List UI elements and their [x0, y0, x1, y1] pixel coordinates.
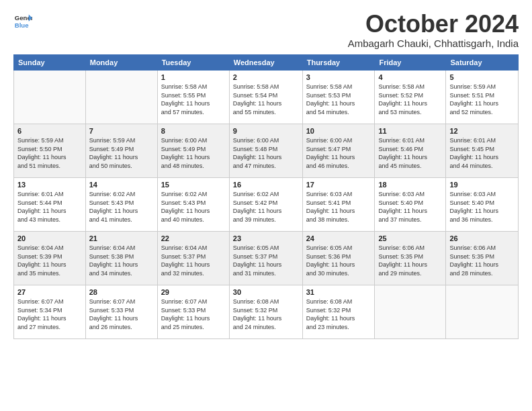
- table-row: 22Sunrise: 6:04 AM Sunset: 5:37 PM Dayli…: [157, 232, 229, 285]
- table-row: 13Sunrise: 6:01 AM Sunset: 5:44 PM Dayli…: [14, 178, 86, 232]
- table-row: 3Sunrise: 5:58 AM Sunset: 5:53 PM Daylig…: [302, 71, 375, 124]
- logo: General Blue: [13, 12, 32, 31]
- day-info: Sunrise: 6:05 AM Sunset: 5:36 PM Dayligh…: [306, 244, 371, 277]
- day-number: 8: [161, 127, 226, 135]
- day-number: 29: [161, 288, 226, 296]
- day-number: 3: [306, 73, 371, 81]
- day-info: Sunrise: 6:01 AM Sunset: 5:44 PM Dayligh…: [17, 190, 82, 224]
- day-number: 1: [161, 73, 226, 81]
- table-row: [14, 71, 86, 124]
- day-info: Sunrise: 6:07 AM Sunset: 5:34 PM Dayligh…: [17, 298, 82, 331]
- col-saturday: Saturday: [446, 55, 519, 71]
- day-number: 21: [89, 234, 154, 242]
- table-row: 2Sunrise: 5:58 AM Sunset: 5:54 PM Daylig…: [229, 71, 302, 124]
- table-row: 14Sunrise: 6:02 AM Sunset: 5:43 PM Dayli…: [85, 178, 157, 232]
- day-number: 27: [17, 288, 82, 296]
- day-number: 31: [306, 288, 371, 296]
- col-sunday: Sunday: [14, 55, 86, 71]
- table-row: [446, 285, 519, 339]
- day-number: 16: [233, 181, 299, 189]
- day-info: Sunrise: 5:59 AM Sunset: 5:50 PM Dayligh…: [17, 136, 82, 170]
- day-info: Sunrise: 6:00 AM Sunset: 5:47 PM Dayligh…: [306, 136, 371, 170]
- day-info: Sunrise: 6:02 AM Sunset: 5:43 PM Dayligh…: [89, 190, 154, 224]
- day-info: Sunrise: 5:58 AM Sunset: 5:54 PM Dayligh…: [233, 83, 299, 116]
- table-row: 9Sunrise: 6:00 AM Sunset: 5:48 PM Daylig…: [229, 124, 302, 178]
- day-number: 17: [306, 181, 371, 189]
- table-row: 25Sunrise: 6:06 AM Sunset: 5:35 PM Dayli…: [375, 232, 446, 285]
- day-number: 2: [233, 73, 299, 81]
- col-tuesday: Tuesday: [157, 55, 229, 71]
- month-title: October 2024: [348, 12, 519, 36]
- calendar-week-row: 27Sunrise: 6:07 AM Sunset: 5:34 PM Dayli…: [14, 285, 519, 339]
- day-number: 10: [306, 127, 371, 135]
- day-info: Sunrise: 6:03 AM Sunset: 5:41 PM Dayligh…: [306, 190, 371, 224]
- table-row: 27Sunrise: 6:07 AM Sunset: 5:34 PM Dayli…: [14, 285, 86, 339]
- day-info: Sunrise: 6:04 AM Sunset: 5:37 PM Dayligh…: [161, 244, 226, 277]
- table-row: 18Sunrise: 6:03 AM Sunset: 5:40 PM Dayli…: [375, 178, 446, 232]
- table-row: 7Sunrise: 5:59 AM Sunset: 5:49 PM Daylig…: [85, 124, 157, 178]
- table-row: 15Sunrise: 6:02 AM Sunset: 5:43 PM Dayli…: [157, 178, 229, 232]
- day-info: Sunrise: 6:06 AM Sunset: 5:35 PM Dayligh…: [378, 244, 442, 277]
- day-info: Sunrise: 5:59 AM Sunset: 5:51 PM Dayligh…: [449, 83, 515, 116]
- day-number: 11: [378, 127, 442, 135]
- day-number: 25: [378, 234, 442, 242]
- table-row: 17Sunrise: 6:03 AM Sunset: 5:41 PM Dayli…: [302, 178, 375, 232]
- calendar-week-row: 20Sunrise: 6:04 AM Sunset: 5:39 PM Dayli…: [14, 232, 519, 285]
- col-monday: Monday: [85, 55, 157, 71]
- table-row: 20Sunrise: 6:04 AM Sunset: 5:39 PM Dayli…: [14, 232, 86, 285]
- day-info: Sunrise: 6:03 AM Sunset: 5:40 PM Dayligh…: [449, 190, 515, 224]
- table-row: [375, 285, 446, 339]
- day-number: 5: [449, 73, 515, 81]
- table-row: 29Sunrise: 6:07 AM Sunset: 5:33 PM Dayli…: [157, 285, 229, 339]
- day-number: 9: [233, 127, 299, 135]
- table-row: 1Sunrise: 5:58 AM Sunset: 5:55 PM Daylig…: [157, 71, 229, 124]
- day-number: 26: [449, 234, 515, 242]
- day-number: 24: [306, 234, 371, 242]
- day-number: 4: [378, 73, 442, 81]
- day-number: 15: [161, 181, 226, 189]
- table-row: 10Sunrise: 6:00 AM Sunset: 5:47 PM Dayli…: [302, 124, 375, 178]
- calendar-week-row: 6Sunrise: 5:59 AM Sunset: 5:50 PM Daylig…: [14, 124, 519, 178]
- table-row: [85, 71, 157, 124]
- table-row: 28Sunrise: 6:07 AM Sunset: 5:33 PM Dayli…: [85, 285, 157, 339]
- day-info: Sunrise: 6:03 AM Sunset: 5:40 PM Dayligh…: [378, 190, 442, 224]
- table-row: 26Sunrise: 6:06 AM Sunset: 5:35 PM Dayli…: [446, 232, 519, 285]
- day-info: Sunrise: 6:06 AM Sunset: 5:35 PM Dayligh…: [449, 244, 515, 277]
- day-number: 22: [161, 234, 226, 242]
- table-row: 24Sunrise: 6:05 AM Sunset: 5:36 PM Dayli…: [302, 232, 375, 285]
- table-row: 6Sunrise: 5:59 AM Sunset: 5:50 PM Daylig…: [14, 124, 86, 178]
- col-thursday: Thursday: [302, 55, 375, 71]
- day-info: Sunrise: 5:58 AM Sunset: 5:53 PM Dayligh…: [306, 83, 371, 116]
- day-info: Sunrise: 5:58 AM Sunset: 5:52 PM Dayligh…: [378, 83, 442, 116]
- calendar-week-row: 1Sunrise: 5:58 AM Sunset: 5:55 PM Daylig…: [14, 71, 519, 124]
- day-number: 14: [89, 181, 154, 189]
- day-info: Sunrise: 6:07 AM Sunset: 5:33 PM Dayligh…: [89, 298, 154, 331]
- day-info: Sunrise: 6:08 AM Sunset: 5:32 PM Dayligh…: [306, 298, 371, 331]
- table-row: 12Sunrise: 6:01 AM Sunset: 5:45 PM Dayli…: [446, 124, 519, 178]
- day-info: Sunrise: 6:00 AM Sunset: 5:48 PM Dayligh…: [233, 136, 299, 170]
- day-info: Sunrise: 6:05 AM Sunset: 5:37 PM Dayligh…: [233, 244, 299, 277]
- day-info: Sunrise: 5:59 AM Sunset: 5:49 PM Dayligh…: [89, 136, 154, 170]
- day-info: Sunrise: 6:04 AM Sunset: 5:39 PM Dayligh…: [17, 244, 82, 277]
- day-number: 28: [89, 288, 154, 296]
- day-number: 13: [17, 181, 82, 189]
- day-number: 20: [17, 234, 82, 242]
- calendar-header-row: Sunday Monday Tuesday Wednesday Thursday…: [14, 55, 519, 71]
- day-number: 19: [449, 181, 515, 189]
- day-info: Sunrise: 6:08 AM Sunset: 5:32 PM Dayligh…: [233, 298, 299, 331]
- day-info: Sunrise: 5:58 AM Sunset: 5:55 PM Dayligh…: [161, 83, 226, 116]
- table-row: 21Sunrise: 6:04 AM Sunset: 5:38 PM Dayli…: [85, 232, 157, 285]
- location-subtitle: Ambagarh Chauki, Chhattisgarh, India: [348, 38, 519, 49]
- day-number: 18: [378, 181, 442, 189]
- day-number: 23: [233, 234, 299, 242]
- table-row: 5Sunrise: 5:59 AM Sunset: 5:51 PM Daylig…: [446, 71, 519, 124]
- day-number: 7: [89, 127, 154, 135]
- table-row: 11Sunrise: 6:01 AM Sunset: 5:46 PM Dayli…: [375, 124, 446, 178]
- day-info: Sunrise: 6:04 AM Sunset: 5:38 PM Dayligh…: [89, 244, 154, 277]
- day-info: Sunrise: 6:01 AM Sunset: 5:46 PM Dayligh…: [378, 136, 442, 170]
- day-number: 6: [17, 127, 82, 135]
- day-info: Sunrise: 6:07 AM Sunset: 5:33 PM Dayligh…: [161, 298, 226, 331]
- logo-icon: General Blue: [13, 12, 32, 31]
- day-info: Sunrise: 6:01 AM Sunset: 5:45 PM Dayligh…: [449, 136, 515, 170]
- table-row: 23Sunrise: 6:05 AM Sunset: 5:37 PM Dayli…: [229, 232, 302, 285]
